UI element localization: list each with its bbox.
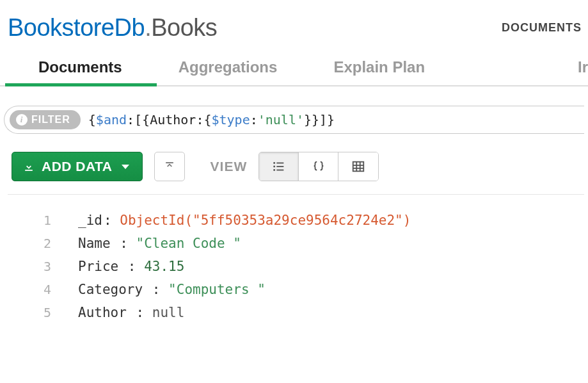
header: BookstoreDb.Books DOCUMENTS [0, 0, 588, 42]
tab-explain-plan[interactable]: Explain Plan [333, 58, 425, 85]
breadcrumb: BookstoreDb.Books [8, 14, 217, 42]
filter-pill[interactable]: i FILTER [10, 110, 81, 129]
svg-point-0 [273, 162, 275, 164]
field-value-string: "Clean Code " [136, 236, 241, 251]
caret-down-icon [122, 165, 129, 169]
subnav-documents[interactable]: DOCUMENTS [502, 21, 582, 35]
query-operator: $and [96, 112, 127, 127]
svg-point-4 [273, 169, 275, 171]
braces-icon [312, 159, 326, 174]
doc-line: 1 _id: ObjectId("5ff50353a29ce9564c2724e… [8, 209, 584, 232]
line-number: 5 [8, 301, 78, 324]
table-icon [351, 159, 365, 174]
doc-line: 4 Category : "Computers " [8, 278, 584, 301]
code-line[interactable]: Name : "Clean Code " [78, 232, 584, 255]
svg-rect-5 [276, 170, 283, 171]
svg-rect-6 [353, 162, 364, 172]
line-number: 4 [8, 278, 78, 301]
filter-query-input[interactable]: {$and:[{Author:{$type:'null'}}]} [88, 112, 335, 127]
svg-point-2 [273, 166, 275, 168]
line-number: 3 [8, 255, 78, 278]
doc-line: 2 Name : "Clean Code " [8, 232, 584, 255]
filter-bar: i FILTER {$and:[{Author:{$type:'null'}}]… [4, 106, 584, 134]
add-data-button[interactable]: ADD DATA [12, 152, 143, 181]
code-line[interactable]: Category : "Computers " [78, 278, 584, 301]
collection-name[interactable]: Books [151, 14, 217, 41]
upload-icon [163, 160, 176, 173]
field-key: Name [78, 236, 118, 251]
field-value-string: "Computers " [168, 282, 266, 297]
query-text: : [250, 112, 258, 127]
field-value-number: 43.15 [144, 259, 184, 274]
line-number: 2 [8, 232, 78, 255]
tabs: Documents Aggregations Explain Plan Ir [0, 42, 588, 86]
svg-rect-3 [276, 166, 283, 167]
svg-rect-1 [276, 163, 283, 164]
tab-truncated[interactable]: Ir [578, 58, 588, 85]
field-value-objectid: ObjectId("5ff50353a29ce9564c2724e2") [120, 213, 411, 228]
view-label: VIEW [211, 159, 248, 174]
code-line[interactable]: Author : null [78, 301, 584, 324]
doc-line: 5 Author : null [8, 301, 584, 324]
tab-documents[interactable]: Documents [38, 58, 122, 85]
document-panel: 1 _id: ObjectId("5ff50353a29ce9564c2724e… [8, 194, 584, 324]
query-text: }}]} [304, 112, 335, 127]
breadcrumb-separator: . [145, 14, 151, 41]
query-operator: $type [211, 112, 250, 127]
list-icon [272, 159, 286, 174]
view-mode-group [258, 152, 379, 181]
query-text: :[{Author:{ [127, 112, 211, 127]
import-button[interactable] [154, 152, 185, 181]
field-key: _id [78, 213, 102, 228]
code-line[interactable]: _id: ObjectId("5ff50353a29ce9564c2724e2"… [78, 209, 584, 232]
field-value-null: null [152, 305, 185, 320]
code-line[interactable]: Price : 43.15 [78, 255, 584, 278]
query-text: { [88, 112, 96, 127]
view-json-button[interactable] [299, 152, 338, 181]
line-number: 1 [8, 209, 78, 232]
add-data-label: ADD DATA [42, 159, 113, 174]
field-key: Category [78, 282, 151, 297]
filter-label: FILTER [31, 114, 70, 126]
tab-aggregations[interactable]: Aggregations [179, 58, 278, 85]
doc-line: 3 Price : 43.15 [8, 255, 584, 278]
field-key: Author [78, 305, 135, 320]
info-icon: i [16, 114, 28, 126]
view-list-button[interactable] [259, 152, 299, 181]
view-table-button[interactable] [338, 152, 378, 181]
toolbar: ADD DATA VIEW [12, 152, 584, 194]
database-name[interactable]: BookstoreDb [8, 14, 145, 41]
download-icon [22, 160, 35, 173]
field-key: Price [78, 259, 127, 274]
query-string: 'null' [258, 112, 304, 127]
